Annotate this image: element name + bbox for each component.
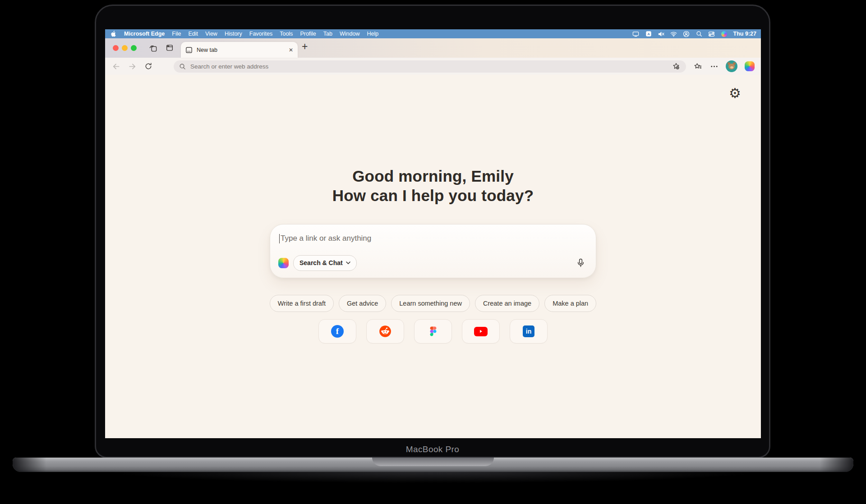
window-minimize-button[interactable]	[122, 45, 128, 51]
active-tab[interactable]: New tab ✕	[181, 42, 298, 58]
new-tab-button[interactable]: +	[302, 41, 308, 53]
control-center-icon[interactable]	[708, 30, 715, 37]
linkedin-icon: in	[523, 325, 534, 337]
back-icon[interactable]	[111, 62, 120, 71]
account-icon[interactable]	[683, 30, 690, 37]
chevron-down-icon	[346, 261, 350, 264]
search-mode-button[interactable]: Search & Chat	[293, 255, 357, 271]
window-close-button[interactable]	[113, 45, 119, 51]
laptop-screen: Microsoft Edge File Edit View History Fa…	[105, 29, 761, 438]
apple-logo-icon[interactable]	[110, 30, 117, 37]
shortcut-tiles: f in	[105, 319, 761, 344]
shortcut-figma[interactable]	[414, 319, 452, 344]
laptop-shadow	[41, 472, 825, 487]
facebook-icon: f	[331, 325, 344, 338]
menu-tab[interactable]: Tab	[323, 31, 332, 37]
chip-make-plan[interactable]: Make a plan	[544, 295, 596, 312]
siri-icon[interactable]	[721, 30, 728, 37]
shortcut-youtube[interactable]	[462, 319, 500, 344]
address-bar[interactable]	[174, 60, 686, 73]
reload-icon[interactable]	[144, 62, 153, 71]
settings-menu-icon[interactable]	[709, 62, 719, 71]
desktop-stage: Microsoft Edge File Edit View History Fa…	[0, 0, 866, 504]
reddit-icon	[379, 325, 392, 338]
laptop-lid-notch	[372, 458, 494, 466]
new-tab-page: ⚙ Good morning, Emily How can I help you…	[105, 75, 761, 438]
menu-favorites[interactable]: Favorites	[249, 31, 272, 37]
device-label: MacBook Pro	[95, 444, 770, 454]
address-search-icon	[179, 63, 186, 70]
add-favorite-icon[interactable]	[672, 62, 681, 71]
favorites-hub-icon[interactable]	[693, 62, 702, 71]
youtube-icon	[474, 327, 488, 336]
copilot-logo-icon	[278, 258, 289, 268]
shortcut-facebook[interactable]: f	[318, 319, 356, 344]
chip-write-draft[interactable]: Write a first draft	[270, 295, 334, 312]
svg-text:A: A	[647, 32, 650, 36]
menu-window[interactable]: Window	[340, 31, 359, 37]
browser-tab-strip: New tab ✕ +	[105, 38, 761, 58]
copilot-sidebar-icon[interactable]	[745, 61, 755, 71]
menu-edit[interactable]: Edit	[188, 31, 198, 37]
greeting-line1: Good morning, Emily	[105, 166, 761, 186]
workspaces-icon[interactable]	[148, 43, 157, 52]
menu-file[interactable]: File	[172, 31, 181, 37]
search-icon[interactable]	[696, 30, 703, 37]
input-source-icon[interactable]: A	[645, 30, 652, 37]
greeting-line2: How can I help you today?	[105, 186, 761, 205]
tab-close-icon[interactable]: ✕	[289, 47, 293, 53]
menu-app-name[interactable]: Microsoft Edge	[124, 31, 165, 37]
browser-toolbar	[105, 58, 761, 75]
tab-actions-icon[interactable]	[165, 43, 174, 52]
chip-create-image[interactable]: Create an image	[475, 295, 539, 312]
active-tab-title: New tab	[197, 47, 217, 53]
page-settings-gear-icon[interactable]: ⚙	[729, 87, 741, 100]
menu-help[interactable]: Help	[367, 31, 378, 37]
menubar-clock[interactable]: Thu 9:27	[733, 31, 756, 37]
microphone-icon[interactable]	[576, 258, 585, 268]
address-input[interactable]	[189, 63, 668, 70]
shortcut-linkedin[interactable]: in	[510, 319, 548, 344]
menu-view[interactable]: View	[205, 31, 217, 37]
wifi-icon[interactable]	[670, 30, 677, 37]
forward-icon[interactable]	[128, 62, 137, 71]
screen-mirroring-icon[interactable]	[632, 30, 640, 37]
menu-profile[interactable]: Profile	[300, 31, 316, 37]
chip-learn-new[interactable]: Learn something new	[391, 295, 470, 312]
volume-muted-icon[interactable]	[658, 30, 665, 37]
greeting: Good morning, Emily How can I help you t…	[105, 166, 761, 205]
search-input[interactable]	[280, 234, 582, 243]
menu-history[interactable]: History	[225, 31, 242, 37]
suggestion-chips: Write a first draft Get advice Learn som…	[105, 295, 761, 312]
new-tab-page-icon	[185, 46, 193, 54]
menu-tools[interactable]: Tools	[280, 31, 293, 37]
copilot-search-box[interactable]: Search & Chat	[270, 224, 596, 278]
profile-avatar[interactable]	[726, 60, 737, 72]
chip-get-advice[interactable]: Get advice	[339, 295, 386, 312]
figma-icon	[428, 325, 438, 338]
window-zoom-button[interactable]	[131, 45, 137, 51]
macos-menubar: Microsoft Edge File Edit View History Fa…	[105, 29, 761, 38]
shortcut-reddit[interactable]	[366, 319, 404, 344]
